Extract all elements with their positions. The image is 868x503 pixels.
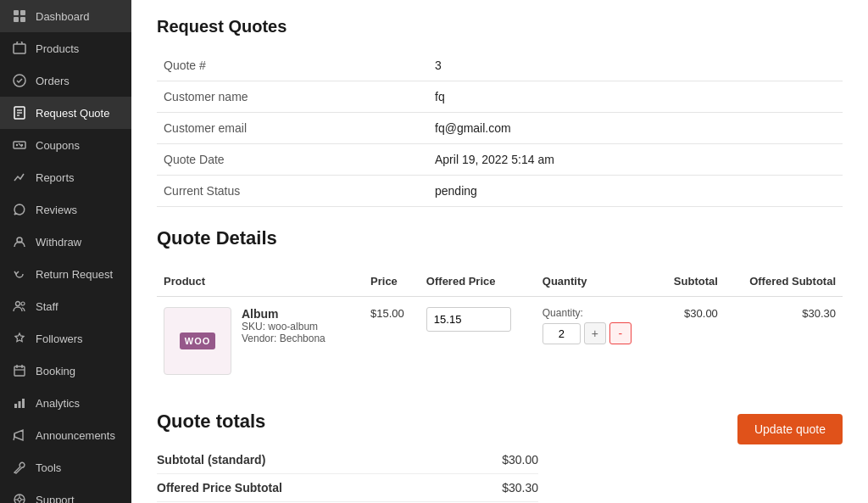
sidebar-item-tools[interactable]: Tools (0, 451, 131, 483)
sidebar-item-withdraw[interactable]: Withdraw (0, 226, 131, 258)
totals-row-value: $30.00 (502, 453, 538, 467)
quantity-label: Quantity: (542, 307, 650, 319)
analytics-icon (12, 395, 27, 411)
info-label: Customer email (157, 113, 428, 144)
info-value: pending (428, 176, 843, 207)
coupons-icon (12, 137, 27, 153)
orders-icon (12, 73, 27, 88)
dashboard-icon (12, 8, 27, 24)
reports-icon (12, 170, 27, 185)
table-row: WOO Album SKU: woo-album Vendor: Bechbon… (157, 297, 843, 386)
col-price: Price (364, 266, 420, 297)
totals-row: Subtotal (standard)$30.00 (157, 446, 538, 474)
svg-point-13 (21, 144, 23, 146)
quantity-input[interactable] (542, 323, 581, 344)
totals-row-label: Offered Price Subtotal (157, 481, 282, 495)
info-label: Quote Date (157, 144, 428, 176)
col-offered-price: Offered Price (420, 266, 536, 297)
totals-row: Offered Price Subtotal$30.30 (157, 474, 538, 502)
sidebar-item-request-quote[interactable]: Request Quote (0, 97, 131, 129)
orders-label: Orders (36, 75, 70, 87)
vendor-label: Vendor: (242, 333, 276, 344)
tools-label: Tools (36, 461, 61, 474)
sidebar-item-coupons[interactable]: Coupons (0, 129, 131, 161)
quantity-cell: Quantity: + - (536, 297, 657, 386)
analytics-label: Analytics (36, 397, 80, 410)
sidebar-item-orders[interactable]: Orders (0, 64, 131, 97)
svg-point-16 (21, 302, 25, 305)
info-label: Quote # (157, 50, 428, 81)
coupons-label: Coupons (36, 139, 80, 152)
totals-row-value: $30.30 (502, 481, 538, 495)
support-label: Support (36, 494, 75, 504)
sidebar: Dashboard Products Orders Request Quote … (0, 0, 131, 503)
info-row: Customer emailfq@gmail.com (157, 113, 843, 144)
products-icon (12, 41, 27, 56)
quote-totals-section: Quote totals Subtotal (standard)$30.00Of… (157, 411, 843, 502)
woo-logo: WOO (180, 333, 216, 349)
sku-label: SKU: (242, 321, 265, 333)
tools-icon (12, 460, 27, 475)
sidebar-item-analytics[interactable]: Analytics (0, 387, 131, 419)
quantity-increase-button[interactable]: + (584, 322, 606, 344)
info-value: fq (428, 81, 843, 113)
vendor-value: Bechbona (280, 333, 326, 344)
page-title: Request Quotes (157, 17, 843, 36)
followers-label: Followers (36, 333, 83, 345)
sidebar-item-reports[interactable]: Reports (0, 161, 131, 193)
quote-details-title: Quote Details (157, 227, 843, 249)
withdraw-icon (12, 234, 27, 249)
product-sku: SKU: woo-album (242, 321, 326, 333)
svg-rect-4 (14, 44, 25, 53)
subtotal-value: $30.00 (657, 297, 725, 386)
info-label: Current Status (157, 176, 428, 207)
col-product: Product (157, 266, 364, 297)
product-thumbnail: WOO (164, 307, 231, 375)
support-icon (12, 492, 27, 503)
info-row: Current Statuspending (157, 176, 843, 207)
sidebar-item-announcements[interactable]: Announcements (0, 419, 131, 451)
totals-left: Quote totals Subtotal (standard)$30.00Of… (157, 411, 721, 502)
sidebar-item-followers[interactable]: Followers (0, 322, 131, 355)
quote-totals-title: Quote totals (157, 411, 721, 433)
offered-price-input[interactable] (426, 307, 511, 332)
product-vendor: Vendor: Bechbona (242, 333, 326, 344)
reviews-icon (12, 202, 27, 217)
sidebar-item-reviews[interactable]: Reviews (0, 193, 131, 226)
sidebar-item-support[interactable]: Support (0, 483, 131, 503)
svg-rect-10 (14, 142, 25, 148)
sidebar-item-products[interactable]: Products (0, 32, 131, 64)
sku-value: woo-album (268, 321, 318, 333)
booking-label: Booking (36, 365, 75, 377)
sidebar-item-booking[interactable]: Booking (0, 355, 131, 387)
totals-row-label: Subtotal (standard) (157, 453, 265, 467)
svg-point-11 (16, 144, 18, 146)
offered-price-cell (420, 297, 536, 386)
sidebar-item-return-request[interactable]: Return Request (0, 258, 131, 290)
return-request-label: Return Request (36, 268, 113, 281)
info-label: Customer name (157, 81, 428, 113)
staff-label: Staff (36, 300, 58, 313)
svg-point-25 (18, 498, 21, 501)
withdraw-label: Withdraw (36, 236, 81, 249)
product-name: Album (242, 307, 326, 321)
quantity-decrease-button[interactable]: - (609, 322, 632, 344)
reviews-label: Reviews (36, 204, 77, 216)
info-row: Quote #3 (157, 50, 843, 81)
sidebar-item-dashboard[interactable]: Dashboard (0, 0, 131, 32)
update-quote-button[interactable]: Update quote (737, 414, 843, 444)
announcements-icon (12, 428, 27, 443)
svg-rect-0 (14, 10, 19, 15)
svg-rect-21 (14, 404, 17, 408)
request-quote-label: Request Quote (36, 107, 109, 120)
quote-info-table: Quote #3Customer namefqCustomer emailfq@… (157, 50, 843, 207)
product-cell: WOO Album SKU: woo-album Vendor: Bechbon… (157, 297, 364, 386)
col-offered-subtotal: Offered Subtotal (725, 266, 843, 297)
product-price: $15.00 (364, 297, 420, 386)
sidebar-item-staff[interactable]: Staff (0, 290, 131, 322)
product-info: Album SKU: woo-album Vendor: Bechbona (242, 307, 326, 344)
svg-rect-2 (14, 17, 19, 22)
info-value: fq@gmail.com (428, 113, 843, 144)
quantity-control: + - (542, 322, 650, 344)
followers-icon (12, 331, 27, 346)
